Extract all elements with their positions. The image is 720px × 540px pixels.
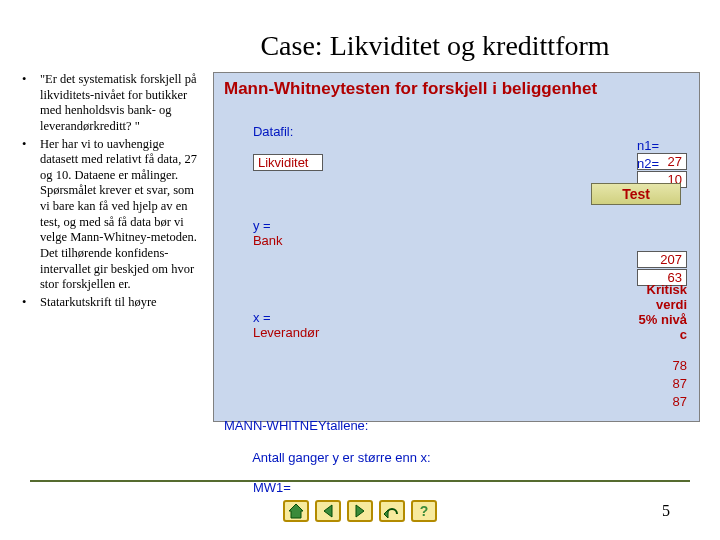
bullet-marker: • (20, 72, 40, 135)
x-label: x = (253, 310, 271, 325)
home-icon[interactable] (283, 500, 309, 522)
bullet-marker: • (20, 137, 40, 293)
slide-body: • "Er det systematisk forskjell på likvi… (0, 72, 720, 422)
svg-marker-2 (356, 505, 364, 517)
undo-icon[interactable] (379, 500, 405, 522)
h1b-val: 87 (673, 376, 687, 391)
slide-title: Case: Likviditet og kredittform (0, 0, 720, 72)
kritisk-l3: 5% nivå (639, 313, 687, 328)
datafil-field[interactable]: Likviditet (253, 154, 323, 171)
bullet-item: • "Er det systematisk forskjell på likvi… (20, 72, 205, 135)
test-button[interactable]: Test (591, 183, 681, 205)
nav-bar: ? (0, 500, 720, 522)
bullet-item: • Statarkutskrift til høyre (20, 295, 205, 311)
bullet-marker: • (20, 295, 40, 311)
mw1-label: MW1= (253, 480, 291, 495)
mw-desc1: Antall ganger y er større enn x: (252, 450, 430, 465)
x-value: Leverandør (253, 325, 319, 340)
mw-section-title: MANN-WHITNEYtallene: (224, 418, 689, 433)
y-value: Bank (253, 233, 283, 248)
bullet-list: • "Er det systematisk forskjell på likvi… (20, 72, 205, 312)
kritisk-l1: Kritisk (639, 283, 687, 298)
svg-marker-3 (384, 510, 388, 518)
bullet-text: Statarkutskrift til høyre (40, 295, 205, 311)
page-number: 5 (662, 502, 670, 520)
svg-marker-1 (324, 505, 332, 517)
n2-label: n2= (637, 156, 659, 171)
kritisk-l2: verdi (639, 298, 687, 313)
footer-rule (30, 480, 690, 482)
svg-text:?: ? (420, 503, 429, 519)
kritisk-l4: c (639, 328, 687, 343)
panel-heading: Mann-Whitneytesten for forskjell i belig… (224, 79, 689, 99)
help-icon[interactable]: ? (411, 500, 437, 522)
y-label: y = (253, 218, 271, 233)
h1c-val: 87 (673, 394, 687, 409)
bullet-text: "Er det systematisk forskjell på likvidi… (40, 72, 205, 135)
h1a-val: 78 (673, 358, 687, 373)
bullet-text: Her har vi to uavhengige datasett med re… (40, 137, 205, 293)
datafil-label: Datafil: (253, 124, 293, 139)
prev-icon[interactable] (315, 500, 341, 522)
next-icon[interactable] (347, 500, 373, 522)
svg-marker-0 (289, 504, 303, 518)
bullet-item: • Her har vi to uavhengige datasett med … (20, 137, 205, 293)
output-panel: Mann-Whitneytesten for forskjell i belig… (213, 72, 700, 422)
